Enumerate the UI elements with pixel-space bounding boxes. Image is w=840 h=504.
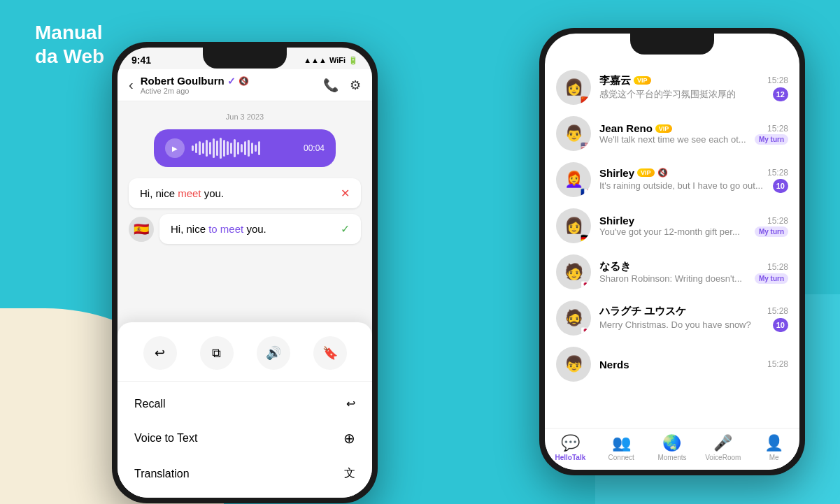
wifi-icon: WiFi <box>329 56 346 64</box>
chat-item-name: Shirley <box>599 215 634 226</box>
nav-connect[interactable]: 👥 Connect <box>600 434 642 461</box>
chat-item-top: なるき 15:28 <box>599 260 788 273</box>
chat-item-top: Shirley VIP 🔇 15:28 <box>599 167 788 179</box>
chat-user-name: Robert Goulburn ✓ 🔇 <box>141 75 323 87</box>
avatar-naruki: 🧑🇯🇵 <box>556 254 591 289</box>
context-menu-icons: ↩ ⧉ 🔊 🔖 <box>118 336 372 382</box>
voiceroom-label: VoiceRoom <box>705 454 741 461</box>
chat-item-top: Jean Reno VIP 15:28 <box>599 122 788 134</box>
nav-me[interactable]: 👤 Me <box>753 434 795 461</box>
phone-right: 👩🇨🇳 李嘉云 VIP 15:28 感觉这个平台的学习氛围挺浓厚的 12 <box>539 28 805 475</box>
chat-item-top: ハラグチ ユウスケ 15:28 <box>599 305 788 318</box>
status-icons: ▲▲▲ WiFi 🔋 <box>304 56 358 65</box>
chat-list-item[interactable]: 👨🇺🇸 Jean Reno VIP 15:28 We'll talk next … <box>545 110 799 157</box>
voice-to-text-label: Voice to Text <box>134 432 197 445</box>
verified-icon: ✓ <box>227 75 236 87</box>
chat-list-item[interactable]: 🧔🇯🇵 ハラグチ ユウスケ 15:28 Merry Christmas. Do … <box>545 295 799 341</box>
my-turn-badge: My turn <box>755 273 788 284</box>
vip-badge: VIP <box>637 168 655 177</box>
chat-user-info: Robert Goulburn ✓ 🔇 Active 2m ago <box>141 75 323 95</box>
connect-label: Connect <box>608 454 634 461</box>
back-button[interactable]: ‹ <box>129 77 134 93</box>
avatar-nerds: 👦 <box>556 347 591 382</box>
chat-item-preview: You've got your 12-month gift per... My … <box>599 226 788 237</box>
user-avatar: 🇪🇸 <box>129 217 154 242</box>
chat-item-preview: It's raining outside, but I have to go o… <box>599 179 788 193</box>
translation-label: Translation <box>134 468 190 480</box>
unread-badge: 10 <box>773 318 788 332</box>
chat-list: 👩🇨🇳 李嘉云 VIP 15:28 感觉这个平台的学习氛围挺浓厚的 12 <box>545 59 799 428</box>
chat-header-icons: 📞 ⚙ <box>323 78 361 93</box>
correction-check-icon: ✓ <box>341 222 350 236</box>
chat-item-body: Nerds 15:28 <box>599 359 788 370</box>
signal-icon: ▲▲▲ <box>304 56 327 64</box>
chat-item-top: Nerds 15:28 <box>599 359 788 370</box>
me-label: Me <box>769 454 779 461</box>
avatar-shirley1: 👩‍🦰🇫🇷 <box>556 162 591 197</box>
chat-header: ‹ Robert Goulburn ✓ 🔇 Active 2m ago 📞 ⚙ <box>118 69 372 101</box>
moments-label: Moments <box>657 454 686 461</box>
translation-icon: 文 <box>344 466 355 481</box>
correction-correct: Hi, nice to meet you. ✓ <box>159 214 361 244</box>
recall-menu-item[interactable]: Recall ↩ <box>118 387 372 420</box>
bottom-nav: 💬 HelloTalk 👥 Connect 🌏 Moments 🎤 VoiceR… <box>545 428 799 470</box>
play-button[interactable]: ▶ <box>165 138 185 158</box>
me-icon: 👤 <box>764 434 783 452</box>
nav-moments[interactable]: 🌏 Moments <box>651 434 693 461</box>
avatar-li-jiayun: 👩🇨🇳 <box>556 70 591 105</box>
voice-to-text-menu-item[interactable]: Voice to Text ⊕ <box>118 420 372 456</box>
battery-icon: 🔋 <box>348 56 358 65</box>
vip-badge: VIP <box>634 76 651 85</box>
chat-list-item[interactable]: 🧑🇯🇵 なるき 15:28 Sharon Robinson: Writing d… <box>545 249 799 295</box>
voice-message-bubble[interactable]: ▶ <box>154 129 336 167</box>
phone-notch <box>203 48 287 69</box>
chat-item-body: ハラグチ ユウスケ 15:28 Merry Christmas. Do you … <box>599 305 788 332</box>
voice-to-text-icon: ⊕ <box>343 430 355 447</box>
correction-correct-text: Hi, nice to meet you. <box>171 223 341 235</box>
voiceroom-icon: 🎤 <box>713 434 732 452</box>
bookmark-icon-btn[interactable]: 🔖 <box>313 336 347 370</box>
chat-item-preview: We'll talk next time we see each ot... M… <box>599 134 788 145</box>
chat-list-item[interactable]: 👩🇩🇪 Shirley 15:28 You've got your 12-mon… <box>545 203 799 249</box>
phone-call-icon[interactable]: 📞 <box>323 78 339 93</box>
speaker-icon-btn[interactable]: 🔊 <box>257 336 290 370</box>
chat-item-preview: 感觉这个平台的学习氛围挺浓厚的 12 <box>599 87 788 101</box>
chat-user-status: Active 2m ago <box>141 87 323 95</box>
correction-wrong: Hi, nice meet you. ✕ <box>129 178 361 208</box>
chat-item-name: なるき <box>599 260 631 273</box>
chat-item-body: Shirley VIP 🔇 15:28 It's raining outside… <box>599 167 788 193</box>
moments-icon: 🌏 <box>662 434 681 452</box>
context-menu: ↩ ⧉ 🔊 🔖 Recall ↩ Voice to Text ⊕ Transla… <box>118 322 372 498</box>
vip-badge: VIP <box>655 124 673 133</box>
avatar-shirley2: 👩🇩🇪 <box>556 208 591 243</box>
nav-hellotalk[interactable]: 💬 HelloTalk <box>549 434 591 461</box>
nav-voiceroom[interactable]: 🎤 VoiceRoom <box>702 434 744 461</box>
my-turn-badge: My turn <box>755 134 788 145</box>
hellotalk-label: HelloTalk <box>555 454 586 461</box>
logo: Manual da Web <box>35 21 104 68</box>
translation-menu-item[interactable]: Translation 文 <box>118 456 372 491</box>
recall-icon: ↩ <box>346 397 355 410</box>
correction-x-icon: ✕ <box>341 187 350 200</box>
unread-badge: 10 <box>773 179 788 193</box>
chat-item-body: 李嘉云 VIP 15:28 感觉这个平台的学习氛围挺浓厚的 12 <box>599 74 788 101</box>
chat-date: Jun 3 2023 <box>129 113 361 121</box>
waveform <box>192 138 297 159</box>
chat-item-body: なるき 15:28 Sharon Robinson: Writing doesn… <box>599 260 788 284</box>
chat-item-name: Nerds <box>599 359 629 370</box>
avatar-jean-reno: 👨🇺🇸 <box>556 116 591 151</box>
chat-list-item[interactable]: 👩🇨🇳 李嘉云 VIP 15:28 感觉这个平台的学习氛围挺浓厚的 12 <box>545 64 799 110</box>
logo-line1: Manual <box>35 21 104 45</box>
status-time: 9:41 <box>131 55 151 66</box>
settings-icon[interactable]: ⚙ <box>350 78 361 93</box>
correct-word: to meet <box>208 223 243 235</box>
chat-item-preview: Merry Christmas. Do you have snow? 10 <box>599 318 788 332</box>
recall-icon-btn[interactable]: ↩ <box>143 336 177 370</box>
muted-icon: 🔇 <box>657 168 668 178</box>
chat-list-item[interactable]: 👩‍🦰🇫🇷 Shirley VIP 🔇 15:28 It's raining o… <box>545 157 799 203</box>
connect-icon: 👥 <box>612 434 631 452</box>
copy-icon-btn[interactable]: ⧉ <box>200 336 234 370</box>
chat-list-item[interactable]: 👦 Nerds 15:28 <box>545 341 799 387</box>
chat-content: Jun 3 2023 ▶ <box>118 101 372 498</box>
chat-item-top: 李嘉云 VIP 15:28 <box>599 74 788 87</box>
